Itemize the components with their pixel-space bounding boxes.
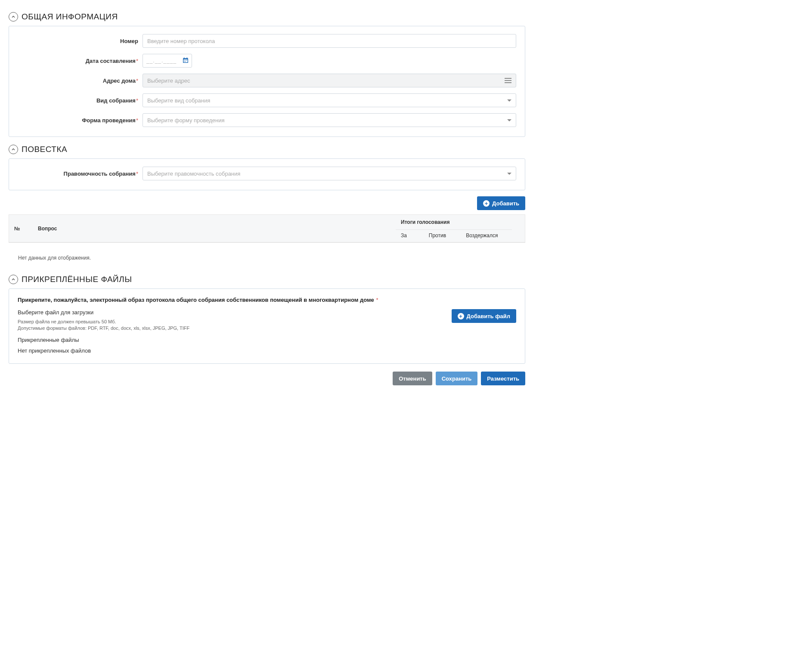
chevron-up-icon [9, 12, 18, 22]
col-against: Против [424, 230, 461, 242]
no-files-message: Нет прикрепленных файлов [18, 347, 443, 354]
label-meeting-type: Вид собрания* [18, 97, 143, 104]
meeting-type-select[interactable]: Выберите вид собрания [143, 93, 516, 107]
files-choose-label: Выберите файл для загрузки [18, 309, 443, 316]
section-header-general[interactable]: Общая информация [9, 12, 525, 22]
save-button[interactable]: Сохранить [436, 372, 478, 385]
add-question-button[interactable]: + Добавить [477, 196, 525, 210]
attached-files-label: Прикрепленные файлы [18, 337, 443, 343]
section-title-files: Прикреплённые файлы [22, 275, 132, 284]
col-num: № [9, 215, 33, 242]
general-panel: Номер Дата составления* __.__.____ Адрес… [9, 26, 525, 137]
table-empty-message: Нет данных для отображения. [9, 243, 525, 267]
chevron-down-icon [507, 119, 511, 121]
calendar-icon [182, 57, 189, 65]
number-input[interactable] [143, 34, 516, 48]
form-select[interactable]: Выберите форму проведения [143, 113, 516, 127]
cancel-button[interactable]: Отменить [393, 372, 432, 385]
section-title-general: Общая информация [22, 12, 118, 22]
svg-rect-3 [187, 57, 187, 59]
svg-rect-2 [184, 57, 184, 59]
svg-rect-5 [185, 60, 186, 60]
competence-select[interactable]: Выберите правомочность собрания [143, 167, 516, 180]
label-address: Адрес дома* [18, 77, 143, 84]
col-actions [512, 215, 525, 242]
footer-actions: Отменить Сохранить Разместить [9, 372, 525, 385]
address-select[interactable]: Выберите адрес [143, 74, 516, 87]
label-number: Номер [18, 38, 143, 44]
label-form: Форма проведения* [18, 117, 143, 124]
section-title-agenda: Повестка [22, 145, 67, 154]
label-competence: Правомочность собрания* [18, 170, 143, 177]
form-placeholder: Выберите форму проведения [147, 117, 507, 124]
col-question: Вопрос [33, 215, 396, 242]
plus-circle-icon: + [458, 313, 464, 319]
meeting-type-placeholder: Выберите вид собрания [147, 97, 507, 104]
section-header-agenda[interactable]: Повестка [9, 145, 525, 154]
agenda-table: № Вопрос Итоги голосования За Против Воз… [9, 214, 525, 243]
files-size-hint: Размер файла не должен превышать 50 Мб. [18, 319, 443, 324]
chevron-down-icon [507, 99, 511, 102]
col-abstained: Воздержался [461, 230, 512, 242]
chevron-up-icon [9, 145, 18, 154]
section-header-files[interactable]: Прикреплённые файлы [9, 275, 525, 284]
menu-icon [505, 78, 511, 83]
svg-rect-7 [184, 61, 185, 62]
date-input[interactable]: __.__.____ [143, 54, 192, 68]
competence-placeholder: Выберите правомочность собрания [147, 170, 507, 177]
col-for: За [396, 230, 424, 242]
files-panel: Прикрепите, пожалуйста, электронный обра… [9, 288, 525, 364]
agenda-panel: Правомочность собрания* Выберите правомо… [9, 158, 525, 190]
plus-circle-icon: + [483, 200, 490, 207]
chevron-up-icon [9, 275, 18, 284]
chevron-down-icon [507, 173, 511, 175]
label-date: Дата составления* [18, 58, 143, 64]
svg-rect-4 [184, 60, 185, 60]
add-file-label: Добавить файл [467, 313, 510, 319]
files-instruction: Прикрепите, пожалуйста, электронный обра… [18, 297, 516, 303]
date-placeholder: __.__.____ [146, 58, 182, 64]
svg-rect-6 [186, 60, 187, 60]
add-button-label: Добавить [492, 200, 519, 207]
add-file-button[interactable]: + Добавить файл [452, 309, 516, 323]
files-format-hint: Допустимые форматы файлов: PDF, RTF, doc… [18, 325, 443, 331]
svg-rect-8 [185, 61, 186, 62]
col-results: Итоги голосования [396, 215, 512, 230]
address-placeholder: Выберите адрес [147, 77, 505, 84]
svg-rect-1 [183, 59, 187, 62]
publish-button[interactable]: Разместить [481, 372, 525, 385]
